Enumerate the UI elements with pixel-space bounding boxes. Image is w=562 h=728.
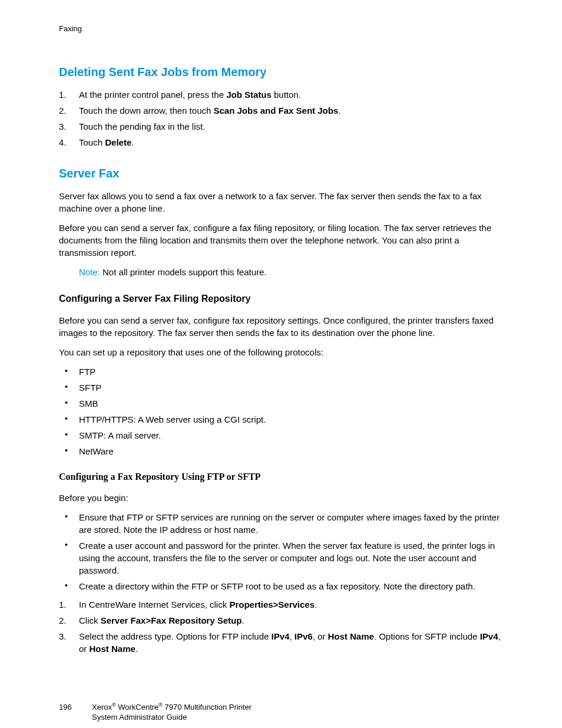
list-item: Select the address type. Options for FTP…: [59, 630, 503, 655]
footer-text: Xerox® WorkCentre® 7970 Multifunction Pr…: [92, 702, 252, 723]
page-footer: 196 Xerox® WorkCentre® 7970 Multifunctio…: [59, 702, 503, 723]
paragraph: Before you can send a server fax, config…: [59, 314, 503, 339]
list-item: NetWare: [59, 445, 503, 457]
list-item: SMTP: A mail server.: [59, 429, 503, 442]
ftp-steps-list: In CentreWare Internet Services, click P…: [59, 598, 503, 655]
prereq-list: Ensure that FTP or SFTP services are run…: [59, 511, 503, 592]
paragraph: Before you can send a server fax, config…: [59, 222, 503, 259]
heading-configuring-repo: Configuring a Server Fax Filing Reposito…: [59, 292, 503, 305]
heading-server-fax: Server Fax: [59, 165, 503, 182]
paragraph: You can set up a repository that uses on…: [59, 346, 503, 358]
note-label: Note:: [79, 267, 100, 277]
list-item: Create a user account and password for t…: [59, 539, 503, 577]
deleting-steps-list: At the printer control panel, press the …: [59, 88, 503, 149]
list-item: Touch Delete.: [59, 136, 503, 149]
list-item: At the printer control panel, press the …: [59, 88, 503, 101]
list-item: FTP: [59, 365, 503, 378]
section-header: Faxing: [59, 24, 503, 34]
heading-ftp-sftp: Configuring a Fax Repository Using FTP o…: [59, 470, 503, 483]
list-item: Touch the down arrow, then touch Scan Jo…: [59, 104, 503, 117]
list-item: Create a directory within the FTP or SFT…: [59, 580, 503, 592]
heading-deleting-sent-fax: Deleting Sent Fax Jobs from Memory: [59, 64, 503, 80]
list-item: HTTP/HTTPS: A Web server using a CGI scr…: [59, 413, 503, 426]
list-item: SMB: [59, 397, 503, 410]
paragraph: Server fax allows you to send a fax over…: [59, 190, 503, 215]
list-item: SFTP: [59, 381, 503, 394]
list-item: Click Server Fax>Fax Repository Setup.: [59, 614, 503, 627]
note: Note: Not all printer models support thi…: [79, 266, 503, 278]
paragraph: Before you begin:: [59, 492, 503, 504]
page-number: 196: [59, 702, 92, 723]
list-item: Ensure that FTP or SFTP services are run…: [59, 511, 503, 536]
protocol-list: FTP SFTP SMB HTTP/HTTPS: A Web server us…: [59, 365, 503, 457]
list-item: Touch the pending fax in the list.: [59, 120, 503, 133]
list-item: In CentreWare Internet Services, click P…: [59, 598, 503, 611]
